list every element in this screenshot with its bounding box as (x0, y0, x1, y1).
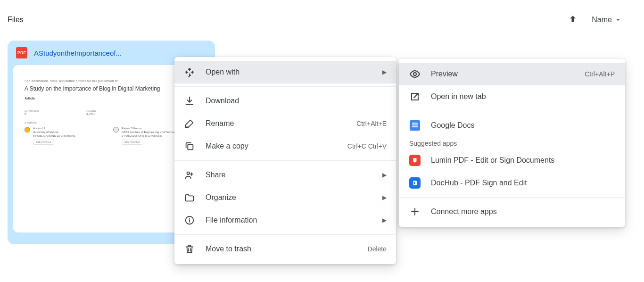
chevron-down-icon (614, 16, 622, 24)
menu-rename[interactable]: Rename Ctrl+Alt+E (174, 112, 396, 135)
menu-download[interactable]: Download (174, 90, 396, 112)
menu-label: Rename (206, 119, 346, 128)
menu-label: Download (206, 97, 387, 105)
svg-rect-4 (414, 182, 415, 184)
pdf-icon: PDF (16, 47, 27, 58)
rename-icon (184, 118, 195, 129)
menu-label: Move to trash (206, 245, 357, 253)
menu-separator (174, 160, 396, 161)
menu-separator (399, 197, 625, 198)
section-title: Files (8, 16, 24, 24)
open-in-new-icon (409, 91, 421, 102)
menu-organize[interactable]: Organize ▶ (174, 186, 396, 209)
download-icon (184, 95, 195, 107)
files-header: Files Name (0, 0, 644, 25)
preview-authors: Aravind J University of Mysore 8 PUBLICA… (25, 127, 198, 145)
menu-separator (174, 86, 396, 87)
plus-icon (409, 206, 421, 217)
submenu-label: Open in new tab (431, 92, 615, 101)
menu-separator (174, 234, 396, 235)
eye-icon (409, 68, 421, 80)
open-with-icon (184, 66, 195, 78)
submenu-label: DocHub - PDF Sign and Edit (431, 179, 615, 187)
google-docs-icon (409, 120, 421, 131)
avatar-icon (113, 127, 119, 133)
preview-stats: CITATIONS 5 READS 4,253 (25, 109, 198, 116)
menu-shortcut: Ctrl+C Ctrl+V (347, 142, 387, 150)
file-name: AStudyontheImportanceof... (34, 49, 122, 57)
menu-label: Make a copy (206, 142, 337, 150)
svg-point-3 (413, 73, 416, 75)
open-with-submenu: Preview Ctrl+Alt+P Open in new tab Googl… (399, 59, 625, 227)
menu-file-information[interactable]: File information ▶ (174, 209, 396, 232)
chevron-right-icon: ▶ (382, 69, 387, 75)
dochub-app-icon (409, 177, 421, 189)
svg-point-1 (187, 172, 190, 175)
menu-label: Share (206, 171, 372, 179)
submenu-lumin-pdf[interactable]: Lumin PDF - Edit or Sign Documents (399, 149, 625, 172)
sort-control[interactable]: Name (592, 16, 622, 24)
submenu-google-docs[interactable]: Google Docs (399, 114, 625, 137)
submenu-shortcut: Ctrl+Alt+P (585, 70, 615, 78)
preview-doc-title: A Study on the Importance of Blog in Dig… (25, 85, 198, 92)
submenu-label: Preview (431, 70, 574, 78)
sort-direction-icon[interactable] (568, 14, 578, 25)
menu-shortcut: Ctrl+Alt+E (356, 120, 387, 127)
menu-label: File information (206, 216, 372, 224)
chevron-right-icon: ▶ (382, 194, 387, 201)
preview-meta: Article (25, 97, 198, 100)
info-icon (184, 215, 195, 226)
submenu-label: Connect more apps (431, 207, 615, 216)
copy-icon (184, 141, 195, 152)
menu-shortcut: Delete (368, 245, 387, 253)
submenu-connect-more-apps[interactable]: Connect more apps (399, 200, 625, 223)
context-menu: Open with ▶ Download Rename Ctrl+Alt+E M… (174, 57, 396, 264)
avatar-icon (25, 127, 30, 133)
preview-subline: See discussions, stats, and author profi… (25, 79, 198, 83)
menu-move-to-trash[interactable]: Move to trash Delete (174, 238, 396, 260)
menu-open-with[interactable]: Open with ▶ (174, 61, 396, 83)
submenu-open-new-tab[interactable]: Open in new tab (399, 85, 625, 108)
chevron-right-icon: ▶ (382, 217, 387, 224)
svg-rect-0 (188, 144, 193, 149)
header-controls: Name (568, 14, 636, 25)
menu-separator (399, 111, 625, 111)
chevron-right-icon: ▶ (382, 172, 387, 178)
suggested-apps-label: Suggested apps (399, 137, 625, 149)
sort-label: Name (592, 16, 612, 24)
lumin-app-icon (409, 155, 421, 166)
submenu-label: Lumin PDF - Edit or Sign Documents (431, 156, 615, 165)
trash-icon (184, 243, 195, 255)
menu-label: Organize (206, 193, 372, 202)
menu-make-copy[interactable]: Make a copy Ctrl+C Ctrl+V (174, 135, 396, 158)
submenu-preview[interactable]: Preview Ctrl+Alt+P (399, 63, 625, 85)
menu-share[interactable]: Share ▶ (174, 164, 396, 186)
submenu-label: Google Docs (431, 121, 615, 130)
folder-icon (184, 192, 195, 203)
menu-label: Open with (206, 68, 372, 76)
share-icon (184, 169, 195, 181)
submenu-dochub[interactable]: DocHub - PDF Sign and Edit (399, 172, 625, 194)
